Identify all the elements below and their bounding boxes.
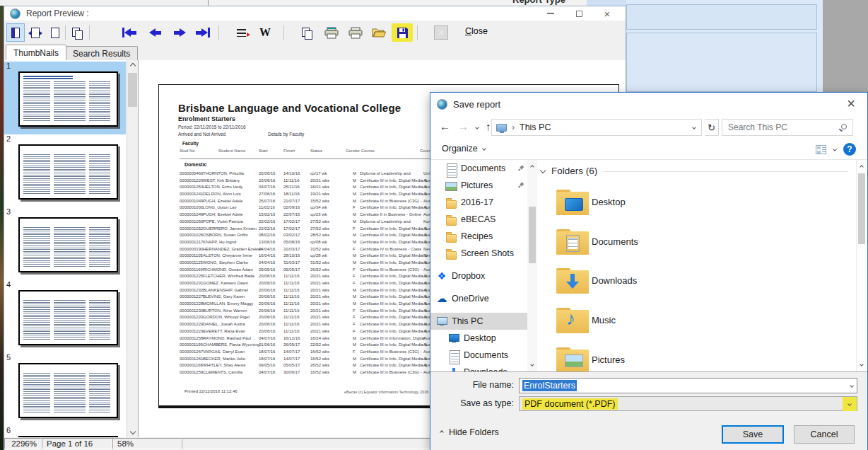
report-printed-line: Printed 22/11/2016 11:12:46 [184,389,237,393]
resize-grip[interactable] [860,443,865,449]
open-report-button[interactable] [370,23,388,42]
scroll-down-button[interactable] [127,426,138,437]
scrollbar-thumb[interactable] [858,173,865,244]
goto-page-button[interactable] [232,23,250,42]
breadcrumb[interactable]: › This PC [491,119,702,136]
sidebar-item-downloads[interactable]: Downloads [430,364,527,371]
sidebar-item-pictures[interactable]: Pictures [430,177,527,194]
views-dropdown-chevron[interactable] [833,147,837,151]
report-cell: 20/06/16 [259,322,275,326]
minimize-button[interactable] [544,8,558,19]
report-cell: 14/07/17 [283,357,300,361]
print-button[interactable] [346,23,365,42]
last-page-icon [208,28,210,38]
search-box[interactable] [722,119,853,136]
report-cell: 11/11/16 [283,281,299,285]
report-cell: 03/02/17 [283,233,300,237]
thumbnail-item-4[interactable]: 4 [4,280,126,353]
last-page-button[interactable] [194,23,212,42]
print-setup-button[interactable] [322,23,341,42]
collapse-chevron-icon[interactable] [540,167,546,173]
recent-locations-chevron[interactable] [475,125,479,129]
dialog-close-button[interactable]: × [842,94,860,112]
report-cell: M [353,301,356,306]
sidebar-item-screen-shots[interactable]: Screen Shots [430,245,527,262]
sidebar-scrollbar[interactable] [527,160,537,371]
thumb-lines [54,227,86,267]
report-cell: Certificate III in Info, Digital Media & [360,308,427,313]
folder-item-desktop[interactable]: Desktop [536,183,855,223]
report-cell: 0000001230 [180,308,203,313]
scroll-down-button[interactable] [527,359,537,370]
hide-folders-button[interactable]: Hide Folders [440,427,499,437]
folders-group-header[interactable]: Folders (6) [541,166,848,176]
report-cell: cp/23 wk [310,212,327,217]
thumbnail-scrollbar[interactable] [127,60,138,437]
up-button[interactable]: ↑ [486,120,491,132]
tab-search-results[interactable]: Search Results [65,46,138,60]
title-bar[interactable]: Report Preview : [4,6,626,21]
report-cell: Diploma of Leadership and [360,171,411,175]
folder-item-downloads[interactable]: Downloads [536,262,855,301]
save-button[interactable]: Save [722,425,784,444]
scroll-up-button[interactable] [857,161,867,173]
report-cell: POPE, Violet Patricia [203,219,243,224]
thumbnail-item-2[interactable]: 2 [4,134,126,207]
sidebar-item-dropbox[interactable]: ❖Dropbox [430,267,527,284]
main-scrollbar[interactable] [856,160,866,371]
back-button[interactable]: ← [440,120,450,132]
search-input[interactable] [727,121,833,134]
next-page-button[interactable] [170,23,189,42]
scrollbar-thumb[interactable] [128,73,137,107]
prev-page-button[interactable] [146,23,164,42]
breadcrumb-dropdown-chevron[interactable] [692,125,696,129]
maximize-button[interactable] [572,8,586,19]
report-cell: F [353,267,356,272]
sidebar-item-ebecas[interactable]: eBECAS [430,211,527,228]
first-page-button[interactable] [120,23,139,42]
fit-width-button[interactable] [26,23,45,42]
save-type-select[interactable]: PDF document (*.PDF) [519,396,857,411]
full-page-button[interactable] [46,23,64,42]
sidebar-item-recipes[interactable]: Recipes [430,228,527,245]
sidebar-item-desktop[interactable]: Desktop [430,330,527,347]
report-cell: GOMEZ, Kassem Dawn [203,281,248,285]
sidebar-item-2016-17[interactable]: 2016-17 [430,194,527,211]
report-cell: 0000001227 [180,294,203,299]
views-icon[interactable] [816,145,826,154]
cancel-button[interactable]: Cancel [794,425,855,444]
search-text-button[interactable]: W [256,23,274,42]
thumbnail-item-3[interactable]: 3 [4,207,126,280]
close-window-button[interactable]: × [600,8,614,19]
folder-item-label: Desktop [592,197,626,207]
sidebar-item-onedrive[interactable]: ☁OneDrive [430,290,527,307]
thumbnail-item-1[interactable]: 1 [4,62,126,134]
thumbnail-item-5[interactable]: 5 [4,353,126,426]
save-report-button[interactable] [392,23,413,42]
sidebar-item-documents[interactable]: Documents [430,347,527,364]
refresh-button[interactable]: ↻ [705,119,719,136]
page-setup-button[interactable] [298,23,316,42]
scroll-down-button[interactable] [857,359,867,370]
file-name-dropdown-chevron[interactable] [850,383,854,388]
multi-page-button[interactable] [68,23,86,42]
folder-item-pictures[interactable]: Pictures [536,341,855,371]
organize-button[interactable]: Organize [442,144,486,154]
tab-thumbnails[interactable]: ThumbNails [6,45,66,60]
scrollbar-thumb[interactable] [529,207,536,263]
file-name-input[interactable]: EnrolStarters [519,378,857,393]
scroll-up-button[interactable] [527,161,537,173]
close-preview-button[interactable]: Close [465,26,488,36]
help-button[interactable]: ? [843,143,856,156]
dialog-title-bar[interactable]: Save report [430,93,867,115]
folder-item-music[interactable]: ♪Music [536,301,855,341]
folder-item-documents[interactable]: Documents [536,223,855,262]
sidebar-item-this-pc[interactable]: This PC [430,313,527,330]
sidebar-item-documents[interactable]: Documents [430,160,527,177]
toolbar-separator [417,25,418,40]
fit-page-button[interactable] [6,23,25,42]
thumbnail-item-6[interactable]: 6 [4,426,126,437]
breadcrumb-location[interactable]: This PC [520,122,551,132]
scroll-up-button[interactable] [127,60,138,71]
save-type-dropdown[interactable] [843,397,857,411]
